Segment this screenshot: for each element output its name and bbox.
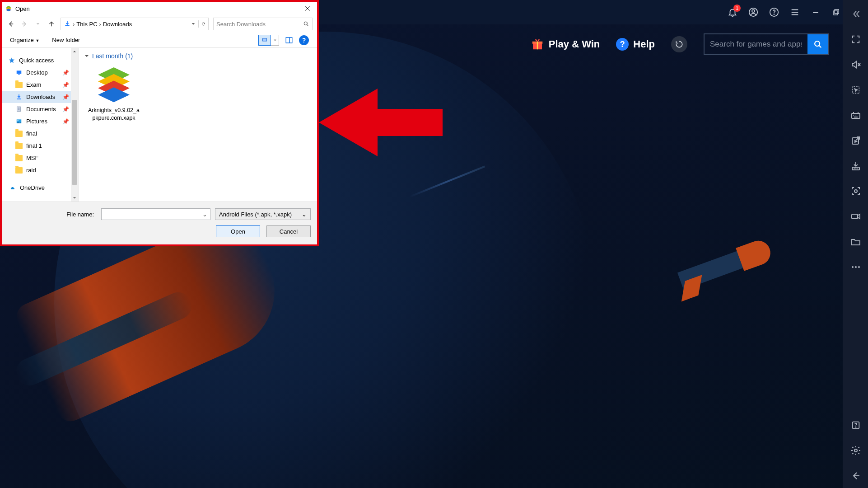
svg-rect-4 (835, 9, 839, 14)
tree-item[interactable]: MSF (2, 152, 78, 164)
pin-icon: 📌 (62, 106, 69, 113)
svg-point-17 (855, 427, 856, 427)
file-tile[interactable]: Arknights_v0.9.02_apkpure.com.xapk (87, 62, 141, 122)
nav-play-and-win-label: Play & Win (549, 38, 600, 50)
dialog-toolbar: Organize ▼ New folder ? (2, 33, 317, 48)
dialog-close-button[interactable] (301, 4, 314, 14)
file-name-input[interactable]: ⌄ (101, 208, 210, 220)
svg-point-22 (815, 41, 820, 46)
breadcrumb-root[interactable]: This PC (76, 21, 97, 28)
sidebar-help-icon[interactable] (850, 419, 862, 431)
tree-onedrive[interactable]: OneDrive (2, 182, 78, 194)
help-icon[interactable] (769, 7, 779, 18)
tree-item[interactable]: Pictures📌 (2, 115, 78, 127)
svg-text:APK: APK (853, 167, 858, 170)
hamburger-icon[interactable] (789, 7, 800, 18)
dialog-titlebar: Open (2, 2, 317, 15)
cancel-button[interactable]: Cancel (266, 225, 311, 237)
account-icon[interactable] (748, 7, 759, 18)
organize-button[interactable]: Organize ▼ (10, 37, 39, 43)
file-type-filter[interactable]: Android Files (*.apk, *.xapk) ⌄ (215, 208, 311, 220)
file-name-label: File name: (8, 211, 97, 218)
svg-point-23 (304, 22, 307, 25)
nav-help-label: Help (633, 38, 655, 50)
notifications-icon[interactable]: 1 (727, 7, 738, 18)
dialog-help-button[interactable]: ? (299, 35, 309, 45)
file-area[interactable]: Last month (1) Arknights_v0.9.02_apkpure… (79, 48, 317, 202)
nav-back-button[interactable] (6, 19, 15, 28)
new-folder-button[interactable]: New folder (52, 37, 80, 43)
breadcrumb[interactable]: › This PC › Downloads (61, 18, 209, 30)
pin-icon: 📌 (62, 94, 69, 100)
search-button[interactable] (807, 34, 828, 54)
preview-pane-button[interactable] (284, 35, 294, 46)
folder-icon (15, 167, 23, 174)
tree-item[interactable]: final 1 (2, 140, 78, 152)
reload-button[interactable] (671, 36, 687, 52)
svg-rect-29 (17, 107, 20, 112)
tree-quick-access[interactable]: Quick access (2, 54, 78, 66)
downloads-location-icon (64, 20, 71, 28)
svg-rect-7 (852, 113, 860, 118)
change-view-button[interactable] (258, 35, 271, 46)
collapse-sidebar-icon[interactable] (850, 8, 862, 20)
settings-icon[interactable] (850, 445, 862, 456)
annotation-arrow (319, 89, 443, 156)
background-rocket (647, 224, 783, 314)
dialog-address-bar: › This PC › Downloads Search Downloads (2, 15, 317, 33)
nav-recent-button[interactable] (33, 19, 42, 28)
bluestacks-file-icon (93, 62, 135, 104)
pictures-icon (15, 118, 23, 125)
svg-rect-27 (17, 70, 22, 74)
tree-item[interactable]: Exam📌 (2, 79, 78, 91)
chevron-down-icon[interactable]: ⌄ (302, 211, 307, 218)
tree-item[interactable]: Desktop📌 (2, 66, 78, 79)
chevron-down-icon[interactable] (191, 22, 196, 26)
tree-item[interactable]: Documents📌 (2, 103, 78, 115)
change-view-dropdown[interactable] (271, 35, 279, 46)
maximize-icon[interactable] (831, 7, 842, 18)
more-icon[interactable] (850, 261, 862, 273)
pin-icon: 📌 (62, 70, 69, 76)
folder-icon (15, 131, 23, 137)
cursor-tool-icon[interactable] (850, 84, 862, 96)
open-button[interactable]: Open (216, 225, 260, 237)
folder-icon[interactable] (850, 236, 862, 248)
search-box (704, 33, 829, 55)
tree-item-selected[interactable]: Downloads📌 (2, 91, 78, 103)
volume-mute-icon[interactable] (850, 59, 862, 70)
scrollbar-thumb[interactable] (72, 100, 77, 185)
refresh-icon[interactable] (198, 20, 205, 28)
chevron-down-icon[interactable]: ⌄ (202, 211, 207, 218)
back-icon[interactable] (850, 470, 862, 482)
nav-up-button[interactable] (47, 19, 56, 28)
svg-point-18 (854, 449, 857, 452)
bluestacks-icon (5, 5, 13, 13)
tree-scrollbar[interactable] (71, 48, 78, 202)
thumbnails-icon (261, 38, 268, 43)
screenshot-icon[interactable] (850, 185, 862, 197)
gift-icon (531, 38, 544, 51)
svg-rect-5 (834, 11, 838, 15)
minimize-icon[interactable] (810, 7, 821, 18)
nav-forward-button[interactable] (20, 19, 29, 28)
record-icon[interactable] (850, 211, 862, 222)
svg-rect-28 (18, 74, 20, 74)
fullscreen-icon[interactable] (850, 33, 862, 45)
search-input[interactable] (705, 34, 807, 54)
group-header[interactable]: Last month (1) (84, 52, 310, 60)
nav-tree: Quick access Desktop📌 Exam📌 Downloads📌 D… (2, 48, 79, 202)
install-apk-icon[interactable]: APK (850, 160, 862, 172)
nav-help[interactable]: ? Help (616, 38, 655, 51)
breadcrumb-current[interactable]: Downloads (103, 21, 132, 28)
dialog-search[interactable]: Search Downloads (213, 18, 313, 30)
tree-item[interactable]: raid (2, 164, 78, 176)
svg-point-11 (854, 190, 857, 192)
media-export-icon[interactable] (850, 135, 862, 146)
tree-item[interactable]: final (2, 127, 78, 140)
search-icon (303, 21, 309, 27)
nav-play-and-win[interactable]: Play & Win (531, 38, 600, 51)
keyboard-icon[interactable] (850, 109, 862, 121)
search-icon (813, 39, 823, 49)
svg-point-14 (855, 266, 857, 268)
